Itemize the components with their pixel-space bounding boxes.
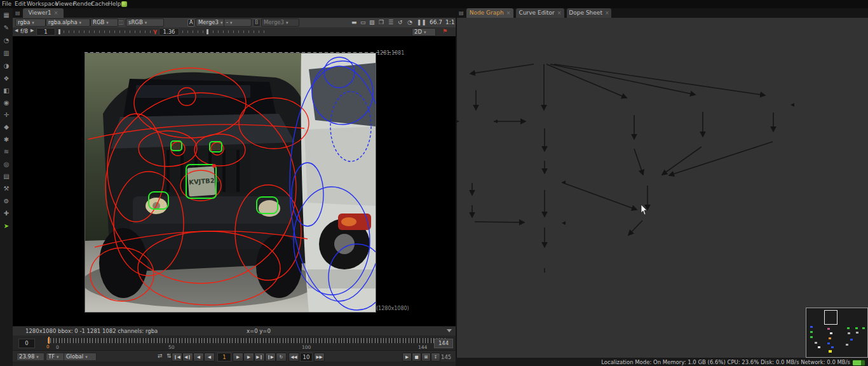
lock-range-button[interactable]: ⊠ <box>421 353 431 362</box>
tool-channel-icon[interactable]: ▥ <box>1 48 12 58</box>
tool-metadata-icon[interactable]: ▤ <box>1 172 12 182</box>
view-2d-dropdown[interactable]: 2D▾ <box>412 28 436 36</box>
play-forward-button[interactable]: ▶ <box>243 353 254 362</box>
minimap-view-rect[interactable] <box>824 310 837 325</box>
timeline-ticks[interactable] <box>48 338 447 343</box>
tab-close-icon[interactable]: × <box>605 10 609 16</box>
range-end-field[interactable]: 144 <box>434 339 453 348</box>
gain-field[interactable]: 1 <box>36 28 55 36</box>
tab-dope-sheet[interactable]: Dope Sheet× <box>567 8 611 18</box>
menu-workspace[interactable]: Workspace <box>27 1 58 7</box>
display-channels-dropdown[interactable]: RGB▾ <box>90 18 118 27</box>
flipbook-button[interactable]: ▶ <box>402 353 412 362</box>
loop-button[interactable]: ↻ <box>276 353 287 362</box>
update-icon[interactable]: ◔ <box>407 19 412 25</box>
tab-node-graph[interactable]: Node Graph× <box>466 8 513 18</box>
gain-next-icon[interactable]: ▶ <box>31 28 34 33</box>
viewer-image[interactable]: KVJTB24 <box>85 53 376 313</box>
playhead-frame-label: 0 <box>46 344 49 349</box>
tool-plugins-icon[interactable]: ✚ <box>1 208 12 219</box>
tab-curve-editor[interactable]: Curve Editor× <box>516 8 564 18</box>
viewer-lut-dropdown[interactable]: sRGB▾ <box>126 18 164 27</box>
tool-particles-icon[interactable]: ✱ <box>1 135 12 145</box>
bounce-mode-icon[interactable]: ⇅ <box>166 353 172 359</box>
pane-menu-icon[interactable]: ▤ <box>15 10 20 16</box>
wipe-mode-dropdown[interactable]: -▾ <box>224 18 252 27</box>
timeline-tf-dropdown[interactable]: TF▾ <box>46 353 65 361</box>
input-b-dropdown[interactable]: Merge3▾ <box>261 18 299 27</box>
cache-button[interactable]: ↧ <box>431 353 440 362</box>
proxy-icon[interactable]: ☰ <box>388 19 393 25</box>
gain-slider-handle[interactable] <box>58 29 60 34</box>
tool-image-icon[interactable]: ▦ <box>1 10 12 20</box>
gamut-link-icon[interactable]: ◫ <box>118 19 124 25</box>
tick-label-100: 100 <box>302 344 311 350</box>
step-forward-button[interactable]: ▶ <box>233 353 243 362</box>
tab-close-icon[interactable]: × <box>557 10 562 16</box>
menu-help[interactable]: Help <box>108 1 121 7</box>
menu-edit[interactable]: Edit <box>15 1 25 7</box>
tool-3d-icon[interactable]: ◆ <box>1 122 12 132</box>
layer-dropdown[interactable]: rgba▾ <box>15 18 46 27</box>
menu-cache[interactable]: Cache <box>91 1 109 7</box>
tab-close-icon[interactable]: × <box>506 10 511 16</box>
loop-mode-icon[interactable]: ⇄ <box>158 353 163 359</box>
gamma-slider-handle[interactable] <box>207 29 208 34</box>
input-a-badge[interactable]: A <box>187 19 194 27</box>
timeline-ruler[interactable]: 0 0 0 50 100 144 144 <box>13 336 456 350</box>
gamma-field[interactable]: 1.36 <box>159 28 179 36</box>
tool-filter-icon[interactable]: ❖ <box>1 74 12 84</box>
tool-color-icon[interactable]: ◑ <box>1 61 12 71</box>
zoom-level-value[interactable]: 66.7 <box>430 19 442 25</box>
step-back-button[interactable]: ◀ <box>204 353 215 362</box>
collapse-triangle-icon[interactable] <box>447 329 452 332</box>
pause-icon[interactable]: ❚❚ <box>417 19 426 25</box>
input-b-badge[interactable]: B <box>253 19 261 27</box>
gamma-slider[interactable] <box>182 30 265 33</box>
refresh-icon[interactable]: ↺ <box>398 19 403 25</box>
tool-other-icon[interactable]: ⚙ <box>1 196 12 207</box>
tool-draw-icon[interactable]: ✎ <box>1 23 12 33</box>
menu-file[interactable]: File <box>2 1 11 7</box>
gain-prev-icon[interactable]: ◀ <box>15 28 18 33</box>
roi-icon[interactable]: ❐ <box>379 19 384 25</box>
frame-decrement-button[interactable]: ◀◀ <box>288 353 299 362</box>
monitor-out-icon[interactable]: ▭ <box>360 19 366 25</box>
gain-slider[interactable] <box>58 30 151 33</box>
alpha-layer-dropdown[interactable]: rgba.alpha▾ <box>46 18 90 27</box>
tool-cursor-icon[interactable]: ➤ <box>1 221 12 231</box>
node-graph-minimap[interactable] <box>806 308 868 358</box>
tool-deep-icon[interactable]: ≋ <box>1 147 12 157</box>
stop-button[interactable]: ■ <box>412 353 421 362</box>
menu-viewer[interactable]: Viewer <box>55 1 75 7</box>
play-backward-button[interactable]: ◀ <box>193 353 204 362</box>
next-keyframe-button[interactable]: ▶❙ <box>254 353 265 362</box>
viewer-canvas[interactable]: KVJTB24 <box>13 36 456 326</box>
tab-close-icon[interactable]: × <box>54 10 58 16</box>
pane-menu-icon[interactable]: ▤ <box>459 10 464 16</box>
stereo-flag-icon[interactable]: ⚑ <box>442 28 447 34</box>
playhead[interactable] <box>48 337 50 344</box>
wipe-icon[interactable]: ▬ <box>351 19 357 25</box>
fps-dropdown[interactable]: 23.98▾ <box>17 353 44 361</box>
tool-time-icon[interactable]: ◔ <box>1 36 12 46</box>
pixel-aspect-value[interactable]: 1:1 <box>445 19 454 25</box>
go-to-start-button[interactable]: ❙◀ <box>172 353 182 362</box>
checkerboard-bg-icon[interactable]: ▨ <box>369 19 375 25</box>
go-to-end-button[interactable]: ❙▶ <box>265 353 276 362</box>
tool-keyer-icon[interactable]: ◧ <box>1 86 12 96</box>
fstop-label[interactable]: f/8 <box>20 28 28 34</box>
tab-viewer1[interactable]: Viewer1× <box>23 8 64 18</box>
tool-views-icon[interactable]: ◎ <box>1 159 12 170</box>
frame-range-dropdown[interactable]: Global▾ <box>64 353 97 361</box>
current-frame-field[interactable]: 0 <box>18 339 35 348</box>
roto-point-handle[interactable] <box>212 164 216 168</box>
gamma-icon[interactable]: γ <box>153 28 157 34</box>
prev-keyframe-button[interactable]: ◀❙ <box>182 353 193 362</box>
tool-toolsets-icon[interactable]: ⚒ <box>1 184 12 194</box>
tool-transform-icon[interactable]: ✛ <box>1 110 12 120</box>
tool-merge-icon[interactable]: ◉ <box>1 98 12 108</box>
frame-increment-field[interactable]: 10 <box>300 353 313 362</box>
frame-number-field[interactable]: 1 <box>217 353 231 362</box>
frame-increment-button[interactable]: ▶▶ <box>314 353 325 362</box>
